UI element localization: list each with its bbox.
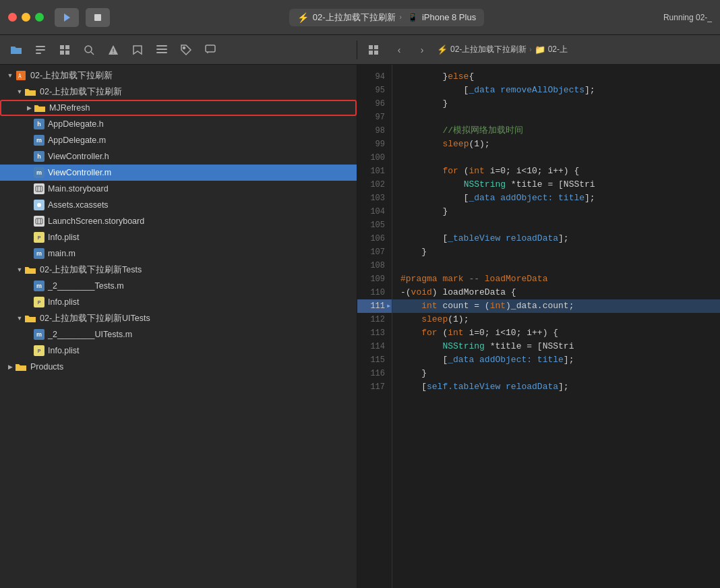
tree-arrow[interactable] bbox=[24, 233, 34, 242]
svg-rect-23 bbox=[374, 51, 378, 55]
line-number: 97 bbox=[357, 111, 392, 124]
tree-item-products[interactable]: Products bbox=[0, 359, 357, 375]
code-line[interactable]: } bbox=[392, 97, 720, 111]
code-line[interactable]: for (int i=0; i<10; i++) { bbox=[392, 165, 720, 178]
svg-rect-7 bbox=[60, 51, 64, 55]
code-line[interactable] bbox=[392, 218, 720, 232]
tree-arrow[interactable] bbox=[24, 249, 34, 258]
code-line[interactable]: int count = (int)_data.count; bbox=[392, 299, 720, 313]
warning-icon[interactable] bbox=[102, 40, 124, 59]
tree-arrow[interactable] bbox=[24, 281, 34, 291]
code-line[interactable]: } bbox=[392, 367, 720, 380]
tree-arrow[interactable] bbox=[24, 184, 34, 194]
code-line[interactable]: sleep(1); bbox=[392, 138, 720, 151]
tree-item-info-plist[interactable]: PInfo.plist bbox=[0, 229, 357, 245]
tree-item-uitests-plist[interactable]: PInfo.plist bbox=[0, 343, 357, 359]
code-line[interactable]: #pragma mark -- loadMoreData bbox=[392, 272, 720, 286]
tree-item-uitests-m[interactable]: m_2________UITests.m bbox=[0, 326, 357, 343]
code-line[interactable]: }else{ bbox=[392, 70, 720, 84]
tree-item-tests-folder[interactable]: 02-上拉加载下拉刷新Tests bbox=[0, 262, 357, 278]
tree-item-root[interactable]: A02-上拉加载下拉刷新 bbox=[0, 67, 357, 84]
tree-item-folder1[interactable]: 02-上拉加载下拉刷新 bbox=[0, 84, 357, 100]
line-number: 99 bbox=[357, 138, 392, 151]
search-icon[interactable] bbox=[78, 40, 100, 59]
code-line[interactable]: [_data addObject: title]; bbox=[392, 353, 720, 367]
code-line[interactable]: } bbox=[392, 245, 720, 259]
tree-arrow[interactable] bbox=[24, 216, 34, 226]
tree-item-appdelegate-m[interactable]: mAppDelegate.m bbox=[0, 132, 357, 148]
svg-rect-4 bbox=[36, 53, 41, 54]
tree-item-label: 02-上拉加载下拉刷新UITests bbox=[40, 313, 150, 324]
code-line[interactable]: } bbox=[392, 205, 720, 218]
grid-icon[interactable] bbox=[54, 40, 76, 59]
code-line[interactable]: NSString *title = [NSStri bbox=[392, 178, 720, 192]
run-status: Running 02-_ bbox=[663, 13, 712, 22]
tree-item-main-m[interactable]: mmain.m bbox=[0, 245, 357, 262]
tree-item-assets[interactable]: Assets.xcassets bbox=[0, 197, 357, 213]
tree-item-launchscreen[interactable]: LaunchScreen.storyboard bbox=[0, 213, 357, 229]
tree-item-uitests-folder[interactable]: 02-上拉加载下拉刷新UITests bbox=[0, 310, 357, 326]
tree-item-tests-plist[interactable]: PInfo.plist bbox=[0, 294, 357, 310]
play-button[interactable] bbox=[55, 8, 79, 27]
tree-item-viewcontroller-m[interactable]: mViewController.m bbox=[0, 165, 357, 181]
line-number: 111 bbox=[357, 299, 392, 313]
code-line[interactable] bbox=[392, 111, 720, 124]
code-line[interactable]: for (int i=0; i<10; i++) { bbox=[392, 326, 720, 340]
tree-arrow[interactable] bbox=[24, 168, 34, 177]
code-line[interactable] bbox=[392, 259, 720, 272]
nav-buttons: ‹ › bbox=[388, 40, 433, 59]
tree-arrow[interactable] bbox=[24, 330, 34, 339]
code-line[interactable]: sleep(1); bbox=[392, 313, 720, 326]
xcassets-icon bbox=[34, 200, 44, 210]
tree-arrow[interactable] bbox=[5, 362, 15, 372]
code-line[interactable]: [_data addObject: title]; bbox=[392, 192, 720, 205]
tree-arrow[interactable] bbox=[24, 136, 34, 145]
code-line[interactable]: NSString *title = [NSStri bbox=[392, 340, 720, 353]
maximize-button[interactable] bbox=[35, 13, 44, 22]
tree-arrow[interactable] bbox=[24, 346, 34, 355]
breadcrumb: ⚡ 02-上拉加载下拉刷新 › 📁 02-上 bbox=[437, 44, 568, 55]
code-line[interactable]: //模拟网络加载时间 bbox=[392, 124, 720, 138]
tree-item-main-storyboard[interactable]: Main.storyboard bbox=[0, 181, 357, 197]
tree-arrow[interactable] bbox=[24, 297, 34, 307]
svg-rect-17 bbox=[156, 52, 167, 53]
minimize-button[interactable] bbox=[22, 13, 30, 22]
code-line[interactable] bbox=[392, 151, 720, 165]
tree-arrow[interactable] bbox=[24, 200, 34, 210]
scissors-icon[interactable] bbox=[30, 40, 51, 59]
tree-arrow[interactable] bbox=[15, 87, 24, 96]
tree-item-label: Main.storyboard bbox=[48, 184, 109, 194]
tree-arrow[interactable] bbox=[24, 119, 34, 129]
tree-item-mjrefresh[interactable]: MJRefresh bbox=[0, 100, 357, 116]
back-button[interactable]: ‹ bbox=[388, 40, 410, 59]
bookmark-icon[interactable] bbox=[127, 40, 148, 59]
tree-arrow[interactable] bbox=[24, 152, 34, 161]
code-content[interactable]: 9495969798991001011021031041051061071081… bbox=[357, 65, 720, 588]
list-icon[interactable] bbox=[151, 40, 173, 59]
grid2-icon[interactable] bbox=[363, 40, 384, 59]
tree-item-viewcontroller-h[interactable]: hViewController.h bbox=[0, 148, 357, 165]
code-line[interactable]: [self.tableView reloadData]; bbox=[392, 380, 720, 394]
code-line[interactable]: [_data removeAllObjects]; bbox=[392, 84, 720, 97]
scheme-selector[interactable]: ⚡ 02-上拉加载下拉刷新 › 📱 iPhone 8 Plus bbox=[289, 9, 484, 26]
tree-arrow[interactable] bbox=[5, 71, 15, 80]
bubble-icon[interactable] bbox=[200, 40, 221, 59]
code-line[interactable]: -(void) loadMoreData { bbox=[392, 286, 720, 299]
breadcrumb-scheme: 02-上拉加载下拉刷新 bbox=[450, 44, 527, 55]
tree-arrow[interactable] bbox=[24, 103, 34, 113]
tree-arrow[interactable] bbox=[15, 314, 24, 323]
forward-button[interactable]: › bbox=[411, 40, 433, 59]
code-line[interactable]: [_tableView reloadData]; bbox=[392, 232, 720, 245]
close-button[interactable] bbox=[8, 13, 17, 22]
svg-rect-12 bbox=[113, 49, 114, 52]
h-icon: h bbox=[34, 151, 44, 162]
stop-button[interactable] bbox=[86, 8, 110, 27]
tree-item-appdelegate-h[interactable]: hAppDelegate.h bbox=[0, 116, 357, 132]
tree-item-tests-m[interactable]: m_2________Tests.m bbox=[0, 278, 357, 294]
tag-icon[interactable] bbox=[175, 40, 197, 59]
folder-icon[interactable] bbox=[5, 40, 27, 59]
tree-item-label: _2________UITests.m bbox=[48, 330, 132, 339]
svg-rect-19 bbox=[206, 45, 215, 52]
tree-arrow[interactable] bbox=[15, 265, 24, 274]
line-number: 95 bbox=[357, 84, 392, 97]
